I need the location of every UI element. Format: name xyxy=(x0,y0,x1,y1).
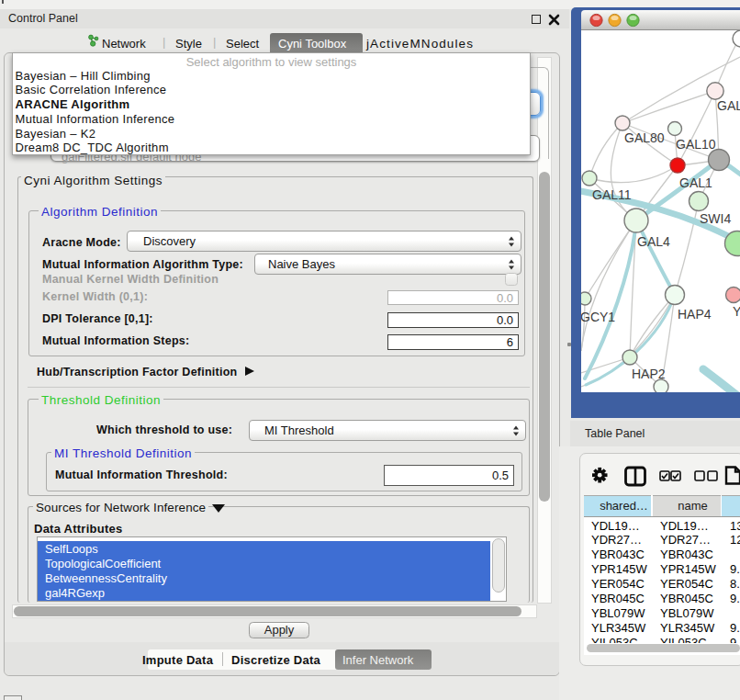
svg-text:GCY1: GCY1 xyxy=(581,310,615,324)
svg-text:GAL2: GAL2 xyxy=(717,98,740,113)
svg-text:GAL11: GAL11 xyxy=(592,187,632,202)
svg-text:GAL1: GAL1 xyxy=(679,175,712,190)
svg-text:Y: Y xyxy=(733,304,740,319)
svg-text:GAL80: GAL80 xyxy=(624,130,665,145)
svg-text:HAP2: HAP2 xyxy=(632,367,666,381)
svg-text:GAL10: GAL10 xyxy=(676,137,716,152)
svg-text:GAL4: GAL4 xyxy=(637,234,670,249)
svg-text:SWI4: SWI4 xyxy=(700,211,731,226)
svg-text:HAP4: HAP4 xyxy=(678,307,712,322)
